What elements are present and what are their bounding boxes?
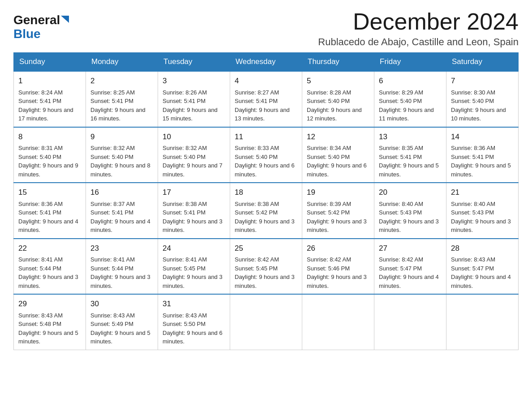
daylight-label: Daylight: 9 hours and 9 minutes. <box>18 162 78 178</box>
day-number: 10 <box>163 131 225 143</box>
sunset-label: Sunset: 5:41 PM <box>451 154 494 160</box>
calendar-cell: 28Sunrise: 8:43 AMSunset: 5:47 PMDayligh… <box>446 239 519 295</box>
sunset-label: Sunset: 5:40 PM <box>163 154 206 160</box>
daylight-label: Daylight: 9 hours and 11 minutes. <box>379 107 434 122</box>
day-number: 17 <box>163 187 225 198</box>
day-number: 7 <box>451 75 514 87</box>
sunset-label: Sunset: 5:40 PM <box>235 154 278 160</box>
daylight-label: Daylight: 9 hours and 6 minutes. <box>235 162 295 178</box>
daylight-label: Daylight: 9 hours and 3 minutes. <box>163 218 223 234</box>
daylight-label: Daylight: 9 hours and 7 minutes. <box>163 162 223 178</box>
calendar-cell: 30Sunrise: 8:43 AMSunset: 5:49 PMDayligh… <box>86 294 158 350</box>
calendar-cell: 7Sunrise: 8:30 AMSunset: 5:40 PMDaylight… <box>446 71 519 127</box>
daylight-label: Daylight: 9 hours and 3 minutes. <box>163 274 223 289</box>
calendar-cell: 13Sunrise: 8:35 AMSunset: 5:41 PMDayligh… <box>374 127 446 183</box>
sunrise-label: Sunrise: 8:43 AM <box>163 312 207 319</box>
calendar-cell: 26Sunrise: 8:42 AMSunset: 5:46 PMDayligh… <box>302 239 374 295</box>
sunset-label: Sunset: 5:50 PM <box>163 321 206 327</box>
sunrise-label: Sunrise: 8:43 AM <box>18 312 63 319</box>
calendar-table: SundayMondayTuesdayWednesdayThursdayFrid… <box>13 52 519 350</box>
calendar-week-row: 8Sunrise: 8:31 AMSunset: 5:40 PMDaylight… <box>14 127 519 183</box>
daylight-label: Daylight: 9 hours and 3 minutes. <box>90 274 150 289</box>
day-number: 16 <box>90 187 153 198</box>
sunset-label: Sunset: 5:40 PM <box>18 154 61 160</box>
calendar-cell: 24Sunrise: 8:41 AMSunset: 5:45 PMDayligh… <box>158 239 230 295</box>
sunrise-label: Sunrise: 8:42 AM <box>379 256 423 263</box>
calendar-cell: 29Sunrise: 8:43 AMSunset: 5:48 PMDayligh… <box>14 294 86 350</box>
day-number: 19 <box>307 187 369 198</box>
day-number: 25 <box>235 243 297 254</box>
day-number: 1 <box>18 75 81 87</box>
calendar-cell: 1Sunrise: 8:24 AMSunset: 5:41 PMDaylight… <box>14 71 86 127</box>
sunset-label: Sunset: 5:40 PM <box>379 98 422 104</box>
day-of-week-header: Monday <box>86 53 158 72</box>
calendar-cell: 8Sunrise: 8:31 AMSunset: 5:40 PMDaylight… <box>14 127 86 183</box>
sunset-label: Sunset: 5:45 PM <box>235 265 278 272</box>
daylight-label: Daylight: 9 hours and 12 minutes. <box>307 107 362 122</box>
sunset-label: Sunset: 5:42 PM <box>307 209 350 216</box>
logo-blue-text: Blue <box>13 27 69 41</box>
sunrise-label: Sunrise: 8:26 AM <box>163 89 207 96</box>
sunset-label: Sunset: 5:41 PM <box>163 98 206 104</box>
calendar-cell <box>374 294 446 350</box>
day-number: 30 <box>90 298 153 310</box>
calendar-cell: 10Sunrise: 8:32 AMSunset: 5:40 PMDayligh… <box>158 127 230 183</box>
sunrise-label: Sunrise: 8:33 AM <box>235 145 279 151</box>
day-of-week-header: Friday <box>374 53 446 72</box>
sunset-label: Sunset: 5:40 PM <box>307 98 350 104</box>
sunset-label: Sunset: 5:47 PM <box>379 265 422 272</box>
sunset-label: Sunset: 5:46 PM <box>307 265 350 272</box>
sunset-label: Sunset: 5:43 PM <box>379 209 422 216</box>
day-number: 31 <box>163 298 225 310</box>
sunrise-label: Sunrise: 8:35 AM <box>379 145 423 151</box>
calendar-cell: 21Sunrise: 8:40 AMSunset: 5:43 PMDayligh… <box>446 183 519 239</box>
sunset-label: Sunset: 5:40 PM <box>307 154 350 160</box>
daylight-label: Daylight: 9 hours and 6 minutes. <box>163 330 223 345</box>
sunrise-label: Sunrise: 8:25 AM <box>90 89 135 96</box>
day-number: 8 <box>18 131 81 143</box>
calendar-week-row: 22Sunrise: 8:41 AMSunset: 5:44 PMDayligh… <box>14 239 519 295</box>
calendar-cell: 16Sunrise: 8:37 AMSunset: 5:41 PMDayligh… <box>86 183 158 239</box>
sunrise-label: Sunrise: 8:30 AM <box>451 89 495 96</box>
calendar-cell: 9Sunrise: 8:32 AMSunset: 5:40 PMDaylight… <box>86 127 158 183</box>
day-number: 18 <box>235 187 297 198</box>
daylight-label: Daylight: 9 hours and 17 minutes. <box>18 107 73 122</box>
day-number: 29 <box>18 298 81 310</box>
day-number: 5 <box>307 75 369 87</box>
daylight-label: Daylight: 9 hours and 3 minutes. <box>307 274 367 289</box>
day-number: 26 <box>307 243 369 254</box>
calendar-cell: 17Sunrise: 8:38 AMSunset: 5:41 PMDayligh… <box>158 183 230 239</box>
sunrise-label: Sunrise: 8:37 AM <box>90 201 135 207</box>
day-number: 13 <box>379 131 442 143</box>
calendar-cell: 11Sunrise: 8:33 AMSunset: 5:40 PMDayligh… <box>230 127 302 183</box>
daylight-label: Daylight: 9 hours and 10 minutes. <box>451 107 506 122</box>
day-number: 28 <box>451 243 514 254</box>
logo-general-text: General <box>13 13 60 27</box>
sunset-label: Sunset: 5:40 PM <box>451 98 494 104</box>
sunrise-label: Sunrise: 8:36 AM <box>451 145 495 151</box>
sunset-label: Sunset: 5:41 PM <box>163 209 206 216</box>
day-number: 20 <box>379 187 442 198</box>
sunset-label: Sunset: 5:41 PM <box>379 154 422 160</box>
sunset-label: Sunset: 5:41 PM <box>18 98 61 104</box>
daylight-label: Daylight: 9 hours and 4 minutes. <box>18 218 78 234</box>
page-header: General Blue December 2024 Rublacedo de … <box>13 9 519 48</box>
daylight-label: Daylight: 9 hours and 13 minutes. <box>235 107 290 122</box>
logo: General Blue <box>13 13 69 41</box>
day-number: 12 <box>307 131 369 143</box>
sunset-label: Sunset: 5:44 PM <box>90 265 133 272</box>
daylight-label: Daylight: 9 hours and 4 minutes. <box>379 274 439 289</box>
day-of-week-header: Sunday <box>14 53 86 72</box>
calendar-cell: 6Sunrise: 8:29 AMSunset: 5:40 PMDaylight… <box>374 71 446 127</box>
sunset-label: Sunset: 5:41 PM <box>235 98 278 104</box>
day-number: 9 <box>90 131 153 143</box>
day-number: 11 <box>235 131 297 143</box>
sunrise-label: Sunrise: 8:24 AM <box>18 89 63 96</box>
calendar-cell <box>230 294 302 350</box>
calendar-cell: 2Sunrise: 8:25 AMSunset: 5:41 PMDaylight… <box>86 71 158 127</box>
sunrise-label: Sunrise: 8:38 AM <box>235 201 279 207</box>
calendar-cell: 23Sunrise: 8:41 AMSunset: 5:44 PMDayligh… <box>86 239 158 295</box>
calendar-cell: 12Sunrise: 8:34 AMSunset: 5:40 PMDayligh… <box>302 127 374 183</box>
daylight-label: Daylight: 9 hours and 3 minutes. <box>235 218 295 234</box>
sunrise-label: Sunrise: 8:40 AM <box>379 201 423 207</box>
